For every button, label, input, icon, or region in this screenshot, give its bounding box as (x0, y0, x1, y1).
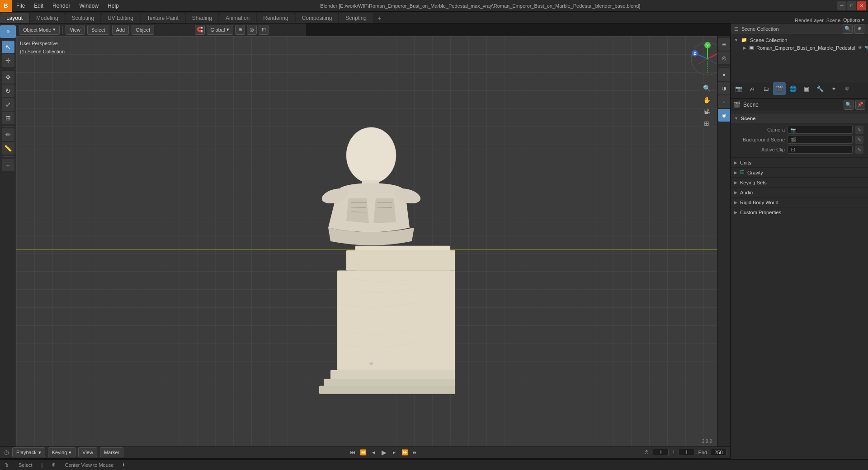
menu-file[interactable]: File (12, 0, 29, 11)
visibility-icon[interactable]: 👁 (858, 45, 863, 50)
prev-frame-btn[interactable]: ◂ (369, 448, 378, 457)
keying-sets-section[interactable]: ▶ Keying Sets (731, 177, 868, 187)
camera-field[interactable]: 📷 (788, 126, 853, 134)
next-keyframe-btn[interactable]: ⏩ (400, 448, 409, 457)
units-section[interactable]: ▶ Units (731, 157, 868, 167)
timeline-view-menu[interactable]: View (78, 447, 97, 457)
measure-tool[interactable]: 📏 (2, 142, 14, 155)
transform-tool[interactable]: ⊞ (2, 112, 14, 124)
outliner-object-item[interactable]: ▶ ▣ Roman_Emperor_Bust_on_Marble_Pedesta… (734, 44, 864, 52)
prop-scene-icon[interactable]: 🎬 (773, 82, 786, 95)
bg-scene-edit-icon[interactable]: ✎ (855, 136, 863, 144)
jump-end-btn[interactable]: ⏭ (410, 448, 420, 457)
svg-rect-10 (346, 250, 455, 271)
maximize-button[interactable]: □ (847, 1, 856, 10)
prop-world-icon[interactable]: 🌐 (787, 82, 799, 95)
tab-uv-editing[interactable]: UV Editing (101, 13, 140, 23)
select-menu[interactable]: Select (87, 25, 109, 35)
menu-window[interactable]: Window (75, 0, 103, 11)
prop-modifier-icon[interactable]: 🔧 (814, 82, 826, 95)
workspace-right-controls: RenderLayer Scene Options ▾ (795, 17, 868, 23)
end-frame-input[interactable] (711, 449, 726, 456)
blender-logo[interactable]: B (0, 0, 12, 12)
tab-add[interactable]: + (374, 13, 385, 23)
tab-scripting[interactable]: Scripting (339, 13, 373, 23)
tab-layout[interactable]: Layout (0, 13, 29, 23)
render-visibility-icon[interactable]: 📷 (864, 45, 868, 50)
select-tool[interactable]: ↖ (2, 41, 14, 53)
play-btn[interactable]: ▶ (379, 448, 388, 457)
scale-tool[interactable]: ⤢ (2, 98, 14, 111)
tab-animation[interactable]: Animation (219, 13, 256, 23)
add-tool[interactable]: + (2, 159, 14, 171)
pivot-dropdown[interactable]: Global ▾ (207, 25, 234, 35)
camera-edit-icon[interactable]: ✎ (855, 126, 863, 134)
bg-scene-field[interactable]: 🎬 (788, 136, 853, 144)
move-tool[interactable]: ✥ (2, 71, 14, 84)
prop-render-icon[interactable]: 📷 (732, 82, 745, 95)
prop-object-icon[interactable]: ▣ (800, 82, 813, 95)
mode-selector-btn[interactable]: ⊕ (0, 25, 16, 38)
zoom-icon[interactable]: 🔍 (701, 83, 712, 94)
audio-section[interactable]: ▶ Audio (731, 187, 868, 197)
tab-rendering[interactable]: Rendering (257, 13, 294, 23)
jump-start-btn[interactable]: ⏮ (348, 448, 357, 457)
viewport-shade-material[interactable]: ◑ (718, 82, 731, 94)
snap-icon[interactable]: 🧲 (195, 25, 205, 35)
proportional-edit-icon[interactable]: ◎ (247, 25, 257, 35)
grid-icon[interactable]: ⊞ (701, 118, 712, 129)
gravity-checkbox[interactable]: ☑ (740, 169, 745, 175)
mode-dropdown[interactable]: Object Mode ▾ (19, 25, 60, 35)
options-btn[interactable]: Options ▾ (843, 17, 864, 23)
viewport-shade-solid[interactable]: ● (718, 68, 731, 81)
props-search[interactable]: 🔍 (844, 100, 854, 110)
outliner-filter[interactable]: 🔍 (843, 24, 853, 34)
viewport-shade-rendered[interactable]: ○ (718, 95, 731, 108)
tab-compositing[interactable]: Compositing (296, 13, 339, 23)
prev-keyframe-btn[interactable]: ⏪ (359, 448, 368, 457)
prop-particles-icon[interactable]: ✦ (827, 82, 840, 95)
minimize-button[interactable]: ─ (837, 1, 846, 10)
gravity-section[interactable]: ▶ ☑ Gravity (731, 167, 868, 177)
viewport[interactable]: User Perspective (1) Scene Collection (16, 36, 730, 446)
active-clip-field[interactable]: 🎞 (788, 146, 853, 154)
menu-render[interactable]: Render (48, 0, 75, 11)
prop-viewlayer-icon[interactable]: 🗂 (760, 82, 772, 95)
rigid-body-world-section[interactable]: ▶ Rigid Body World (731, 197, 868, 207)
menu-edit[interactable]: Edit (29, 0, 48, 11)
xray-toggle[interactable]: ◎ (718, 52, 731, 64)
viewport-shade-wireframe[interactable]: ◉ (718, 109, 731, 122)
rotate-tool[interactable]: ↻ (2, 85, 14, 97)
current-frame-input[interactable] (653, 449, 669, 456)
hand-icon[interactable]: ✋ (701, 94, 712, 105)
props-pin[interactable]: 📌 (855, 100, 865, 110)
cursor-tool[interactable]: ✛ (2, 54, 14, 67)
marker-menu[interactable]: Marker (100, 447, 123, 457)
scene-section-header[interactable]: ▼ Scene (731, 113, 868, 123)
next-frame-btn[interactable]: ▸ (390, 448, 399, 457)
keying-menu[interactable]: Keying ▾ (48, 447, 76, 457)
object-menu[interactable]: Object (132, 25, 154, 35)
close-button[interactable]: ✕ (857, 1, 866, 10)
outliner-scene-collection[interactable]: ▼ 📁 Scene Collection (734, 36, 864, 44)
custom-properties-section[interactable]: ▶ Custom Properties (731, 207, 868, 217)
prop-physics-icon[interactable]: ⚛ (841, 82, 854, 95)
start-frame-input[interactable] (679, 449, 694, 456)
snap-toggle[interactable]: ⊡ (259, 25, 269, 35)
active-clip-edit-icon[interactable]: ✎ (855, 146, 863, 154)
tab-sculpting[interactable]: Sculpting (66, 13, 100, 23)
camera-icon[interactable]: 📽 (701, 106, 712, 117)
annotate-tool[interactable]: ✏ (2, 128, 14, 141)
tab-texture-paint[interactable]: Texture Paint (141, 13, 185, 23)
playback-menu[interactable]: Playback ▾ (12, 447, 45, 457)
menu-help[interactable]: Help (103, 0, 123, 11)
props-icon-bar: 📷 🖨 🗂 🎬 🌐 ▣ 🔧 ✦ ⚛ 🔗 (731, 82, 868, 99)
view-menu[interactable]: View (66, 25, 85, 35)
prop-output-icon[interactable]: 🖨 (746, 82, 759, 95)
tab-modeling[interactable]: Modeling (30, 13, 65, 23)
orientation-icon[interactable]: ⊕ (235, 25, 245, 35)
overlay-toggle[interactable]: ⊕ (718, 38, 731, 51)
add-menu[interactable]: Add (112, 25, 129, 35)
outliner-add[interactable]: ⊕ (854, 24, 864, 34)
tab-shading[interactable]: Shading (186, 13, 218, 23)
